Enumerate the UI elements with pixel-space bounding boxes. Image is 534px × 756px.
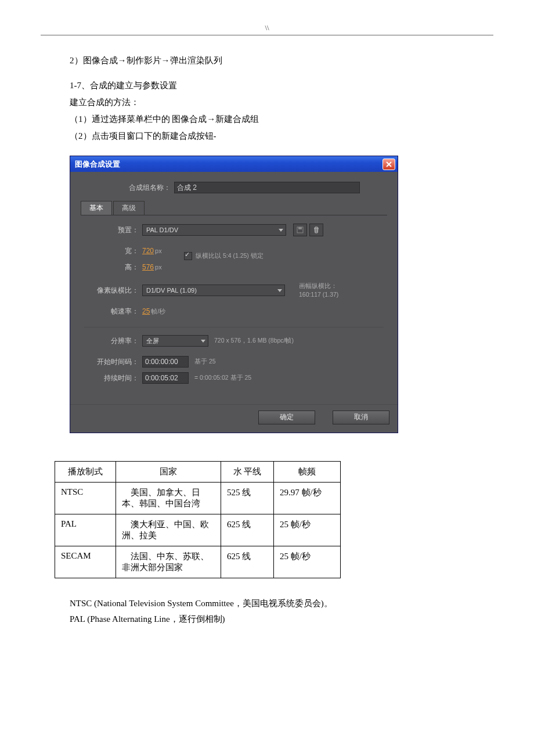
document-text: 2）图像合成→制作影片→弹出渲染队列 1-7、合成的建立与参数设置 建立合成的方… <box>41 53 493 144</box>
doc-line: 建立合成的方法： <box>70 95 482 110</box>
cancel-button[interactable]: 取消 <box>333 411 389 424</box>
duration-hint: = 0:00:05:02 基于 25 <box>194 374 251 382</box>
height-unit: px <box>155 264 162 271</box>
start-timecode-hint: 基于 25 <box>194 358 216 366</box>
format-table: 播放制式 国家 水 平线 帧频 NTSC 美国、加拿大、日本、韩国、中国台湾 5… <box>55 461 341 578</box>
comp-name-label: 合成组名称： <box>81 183 174 193</box>
dialog-title: 图像合成设置 <box>75 159 120 170</box>
save-preset-button[interactable] <box>293 224 307 236</box>
doc-line: （1）通过选择菜单栏中的 图像合成→新建合成组 <box>70 111 482 127</box>
doc-line: 1-7、合成的建立与参数设置 <box>70 78 482 93</box>
preset-label: 预置： <box>84 225 142 235</box>
par-value: D1/DV PAL (1.09) <box>146 287 197 294</box>
resolution-value: 全屏 <box>146 337 159 344</box>
th-format: 播放制式 <box>55 462 116 483</box>
composition-settings-dialog: 图像合成设置 合成组名称： 基本 高级 预置： <box>70 156 398 433</box>
lock-ratio-checkbox[interactable] <box>184 252 192 260</box>
height-label: 高： <box>84 262 142 272</box>
header-rule <box>41 35 493 35</box>
resolution-select[interactable]: 全屏 <box>142 335 208 347</box>
th-fps: 帧频 <box>274 462 341 483</box>
footnote-line: NTSC (National Television System Committ… <box>70 596 493 611</box>
tab-basic[interactable]: 基本 <box>81 201 112 215</box>
table-row: NTSC 美国、加拿大、日本、韩国、中国台湾 525 线 29.97 帧/秒 <box>55 483 341 514</box>
start-timecode-label: 开始时间码： <box>84 357 142 367</box>
delete-preset-button[interactable] <box>309 224 323 236</box>
width-unit: px <box>155 247 162 254</box>
th-lines: 水 平线 <box>221 462 274 483</box>
fps-input[interactable]: 25 <box>142 307 150 315</box>
dialog-titlebar[interactable]: 图像合成设置 <box>70 156 398 172</box>
width-label: 宽： <box>84 246 142 256</box>
footnote-line: PAL (Phase Alternating Line，逐行倒相制) <box>70 611 493 627</box>
table-row: PAL 澳大利亚、中国、欧洲、拉美 625 线 25 帧/秒 <box>55 514 341 546</box>
th-country: 国家 <box>116 462 221 483</box>
preset-select[interactable]: PAL D1/DV <box>142 224 286 236</box>
resolution-label: 分辨率： <box>84 336 142 346</box>
height-input[interactable]: 576 <box>142 263 154 271</box>
par-label: 像素纵横比： <box>84 286 142 296</box>
start-timecode-input[interactable] <box>142 356 189 368</box>
footnote: NTSC (National Television System Committ… <box>41 596 493 627</box>
trash-icon <box>313 226 320 233</box>
preset-value: PAL D1/DV <box>146 226 178 233</box>
lock-ratio-label: 纵横比以 5:4 (1.25) 锁定 <box>196 252 264 259</box>
close-icon <box>386 161 392 167</box>
doc-line: （2）点击项目窗口下的新建合成按钮- <box>70 128 482 144</box>
resolution-info: 720 x 576，1.6 MB (8bpc/帧) <box>214 337 294 345</box>
fps-label: 帧速率： <box>84 307 142 316</box>
width-input[interactable]: 720 <box>142 247 154 255</box>
duration-input[interactable] <box>142 372 189 384</box>
save-icon <box>297 226 304 233</box>
close-button[interactable] <box>383 159 395 170</box>
comp-name-input[interactable] <box>174 182 360 193</box>
table-row: SECAM 法国、中东、苏联、非洲大部分国家 625 线 25 帧/秒 <box>55 546 341 578</box>
frame-ratio-note: 画幅纵横比： 160:117 (1.37) <box>299 282 338 298</box>
header-mark: \\ <box>41 23 493 33</box>
tab-advanced[interactable]: 高级 <box>113 201 145 215</box>
svg-rect-1 <box>298 227 302 229</box>
doc-line: 2）图像合成→制作影片→弹出渲染队列 <box>70 53 482 69</box>
fps-unit: 帧/秒 <box>151 307 165 316</box>
duration-label: 持续时间： <box>84 373 142 383</box>
ok-button[interactable]: 确定 <box>258 411 315 424</box>
par-select[interactable]: D1/DV PAL (1.09) <box>142 285 285 296</box>
